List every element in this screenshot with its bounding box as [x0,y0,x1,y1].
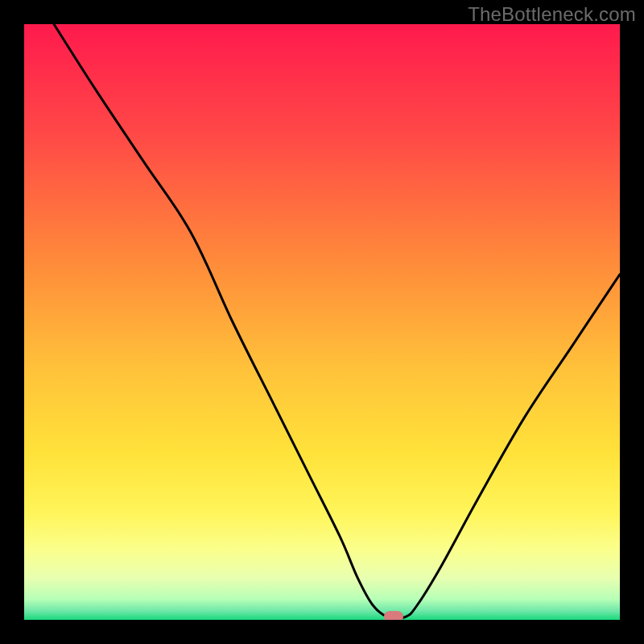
watermark-text: TheBottleneck.com [468,3,636,26]
plot-area [24,24,620,620]
bottleneck-curve [24,24,620,620]
chart-frame: TheBottleneck.com [0,0,644,644]
optimal-marker [384,611,403,620]
